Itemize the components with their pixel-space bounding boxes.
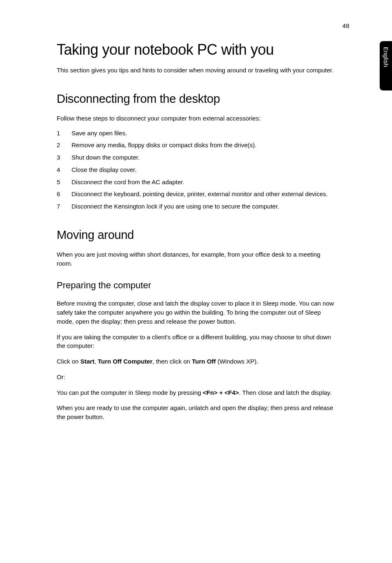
text-run: . Then close and latch the display.: [239, 389, 331, 396]
step-text: Disconnect the Kensington lock if you ar…: [71, 202, 335, 211]
step-text: Shut down the computer.: [71, 153, 335, 162]
bold-text: Turn Off: [192, 358, 216, 365]
list-item: 2 Remove any media, floppy disks or comp…: [57, 141, 335, 150]
text-run: Click on: [57, 358, 81, 365]
list-item: 6 Disconnect the keyboard, pointing devi…: [57, 190, 335, 199]
step-number: 6: [57, 190, 71, 199]
steps-list: 1 Save any open files. 2 Remove any medi…: [57, 129, 335, 211]
paragraph: When you are ready to use the computer a…: [57, 403, 335, 422]
subsection-heading-preparing: Preparing the computer: [57, 280, 335, 291]
text-run: ,: [95, 358, 98, 365]
section-intro: Follow these steps to disconnect your co…: [57, 114, 335, 123]
step-number: 7: [57, 202, 71, 211]
paragraph: Or:: [57, 373, 335, 382]
page-number: 48: [342, 22, 349, 29]
bold-text: Start: [81, 358, 95, 365]
step-number: 4: [57, 165, 71, 174]
section-heading-disconnecting: Disconnecting from the desktop: [57, 92, 335, 106]
step-text: Save any open files.: [71, 129, 335, 138]
page-title: Taking your notebook PC with you: [57, 41, 335, 58]
list-item: 4 Close the display cover.: [57, 165, 335, 174]
paragraph: Click on Start, Turn Off Computer, then …: [57, 357, 335, 366]
step-text: Disconnect the keyboard, pointing device…: [71, 190, 335, 199]
list-item: 3 Shut down the computer.: [57, 153, 335, 162]
bold-text: <Fn> + <F4>: [203, 389, 239, 396]
language-tab: English: [380, 41, 392, 90]
list-item: 5 Disconnect the cord from the AC adapte…: [57, 178, 335, 187]
paragraph: You can put the computer in Sleep mode b…: [57, 388, 335, 397]
intro-paragraph: This section gives you tips and hints to…: [57, 66, 335, 75]
step-number: 2: [57, 141, 71, 150]
step-text: Close the display cover.: [71, 165, 335, 174]
list-item: 7 Disconnect the Kensington lock if you …: [57, 202, 335, 211]
text-run: (Windows XP).: [216, 358, 258, 365]
step-text: Remove any media, floppy disks or compac…: [71, 141, 335, 150]
step-number: 5: [57, 178, 71, 187]
text-run: , then click on: [152, 358, 192, 365]
section-heading-moving: Moving around: [57, 228, 335, 242]
step-number: 1: [57, 129, 71, 138]
paragraph: If you are taking the computer to a clie…: [57, 333, 335, 351]
step-number: 3: [57, 153, 71, 162]
main-content: Taking your notebook PC with you This se…: [57, 41, 335, 428]
list-item: 1 Save any open files.: [57, 129, 335, 138]
paragraph: Before moving the computer, close and la…: [57, 299, 335, 326]
text-run: You can put the computer in Sleep mode b…: [57, 389, 203, 396]
section-intro: When you are just moving within short di…: [57, 250, 335, 268]
step-text: Disconnect the cord from the AC adapter.: [71, 178, 335, 187]
bold-text: Turn Off Computer: [98, 358, 152, 365]
